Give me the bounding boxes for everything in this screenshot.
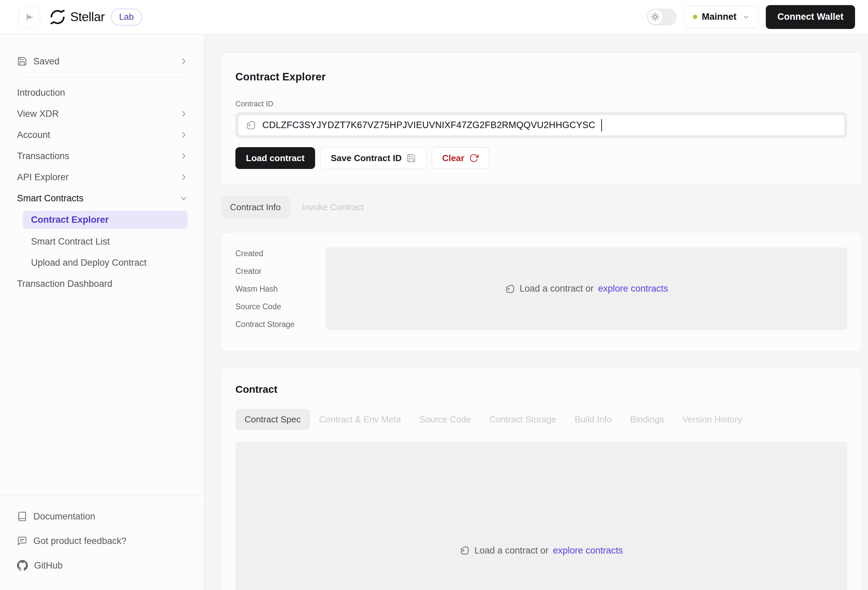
chevron-right-icon (180, 110, 188, 118)
sidebar-item-transaction-dashboard[interactable]: Transaction Dashboard (17, 273, 188, 294)
stellar-logo-link[interactable]: Stellar (50, 9, 105, 25)
contract-tabs: Contract Spec Contract & Env Meta Source… (235, 409, 847, 430)
save-icon (406, 153, 416, 163)
clear-button[interactable]: Clear (432, 147, 489, 169)
header-actions: Mainnet Connect Wallet (647, 5, 855, 29)
empty-state-text: Load a contract or (474, 545, 548, 556)
app-header: Stellar Lab Mainnet Connect Wal (0, 0, 868, 34)
view-tabs: Contract Info Invoke Contract (221, 196, 862, 218)
sidebar: Saved Introduction View XDR Account Tran… (0, 34, 204, 590)
button-label: Clear (442, 153, 464, 164)
sidebar-item-view-xdr[interactable]: View XDR (17, 103, 188, 124)
tab-contract-storage[interactable]: Contract Storage (480, 409, 565, 430)
contract-info-fields: Created Creator Wasm Hash Source Code Co… (235, 247, 326, 336)
theme-toggle[interactable] (647, 9, 677, 25)
contract-id-value: CDLZFC3SYJYDZT7K67VZ75HPJVIEUVNIXF47ZG2F… (262, 120, 595, 130)
sidebar-item-label: Transactions (17, 151, 69, 161)
network-selector[interactable]: Mainnet (684, 6, 758, 28)
sidebar-item-github[interactable]: GitHub (17, 553, 187, 578)
theme-toggle-knob (648, 10, 663, 25)
network-label: Mainnet (702, 12, 737, 22)
contract-explorer-card: Contract Explorer Contract ID CDLZFC3SYJ… (221, 52, 862, 185)
load-contract-button[interactable]: Load contract (235, 147, 315, 169)
chevron-right-icon (180, 152, 188, 160)
sidebar-item-label: View XDR (17, 109, 59, 119)
tab-version-history[interactable]: Version History (673, 409, 751, 430)
contract-icon (246, 120, 256, 130)
sidebar-item-label: Saved (33, 56, 60, 67)
sidebar-item-label: Got product feedback? (33, 536, 126, 546)
field-label-contract-storage: Contract Storage (235, 319, 326, 330)
smart-contracts-submenu: Contract Explorer Smart Contract List Up… (22, 211, 188, 273)
feedback-message-icon (17, 536, 27, 546)
sidebar-item-api-explorer[interactable]: API Explorer (17, 167, 188, 188)
sidebar-item-label: Smart Contracts (17, 193, 83, 204)
sidebar-item-upload-deploy-contract[interactable]: Upload and Deploy Contract (22, 252, 188, 273)
sidebar-item-label: Contract Explorer (31, 215, 109, 225)
sidebar-collapse-button[interactable] (18, 6, 40, 28)
contract-card: Contract Contract Spec Contract & Env Me… (221, 367, 862, 590)
contract-icon (459, 545, 470, 556)
contract-id-input[interactable]: CDLZFC3SYJYDZT7K67VZ75HPJVIEUVNIXF47ZG2F… (238, 115, 845, 136)
sidebar-item-label: Upload and Deploy Contract (31, 258, 146, 268)
sidebar-footer: Documentation Got product feedback? GitH… (0, 495, 204, 590)
sidebar-item-smart-contract-list[interactable]: Smart Contract List (22, 231, 188, 252)
stellar-logo-icon (50, 9, 65, 25)
refresh-icon (469, 153, 478, 163)
tab-contract-env-meta[interactable]: Contract & Env Meta (310, 409, 410, 430)
sidebar-item-label: GitHub (34, 560, 63, 571)
sidebar-item-label: Introduction (17, 87, 65, 98)
sun-icon (651, 12, 660, 21)
chevron-down-icon (742, 13, 750, 21)
contract-info-card: Created Creator Wasm Hash Source Code Co… (221, 232, 862, 352)
sidebar-item-transactions[interactable]: Transactions (17, 146, 188, 167)
main-content: Contract Explorer Contract ID CDLZFC3SYJ… (205, 34, 868, 590)
chevron-right-icon (180, 131, 188, 139)
book-icon (17, 511, 27, 522)
sidebar-item-contract-explorer[interactable]: Contract Explorer (22, 211, 188, 229)
sidebar-item-label: Transaction Dashboard (17, 279, 112, 289)
tab-source-code[interactable]: Source Code (410, 409, 480, 430)
tab-build-info[interactable]: Build Info (565, 409, 621, 430)
page-title: Contract Explorer (235, 70, 847, 84)
empty-state-text: Load a contract or (520, 283, 594, 294)
sidebar-item-smart-contracts[interactable]: Smart Contracts (17, 188, 188, 209)
chevron-right-icon (180, 57, 188, 65)
chevron-down-icon (180, 194, 188, 202)
tab-contract-spec[interactable]: Contract Spec (235, 409, 310, 430)
save-icon (17, 56, 27, 66)
sidebar-item-label: Smart Contract List (31, 236, 110, 247)
contract-id-label: Contract ID (235, 99, 847, 108)
sidebar-item-label: Account (17, 130, 50, 140)
contract-card-title: Contract (235, 383, 847, 395)
sidebar-item-label: API Explorer (17, 172, 69, 183)
save-contract-id-button[interactable]: Save Contract ID (320, 147, 427, 169)
tab-bindings[interactable]: Bindings (621, 409, 673, 430)
explore-contracts-link[interactable]: explore contracts (598, 283, 669, 294)
contract-icon (505, 284, 515, 294)
sidebar-item-saved[interactable]: Saved (17, 52, 188, 70)
network-status-dot (693, 15, 697, 19)
button-label: Save Contract ID (331, 153, 402, 164)
github-icon (17, 560, 28, 571)
sidebar-divider (17, 77, 188, 77)
contract-info-empty-state: Load a contract or explore contracts (326, 247, 847, 330)
lab-badge: Lab (111, 9, 142, 25)
explore-contracts-link[interactable]: explore contracts (553, 545, 623, 556)
sidebar-item-documentation[interactable]: Documentation (17, 504, 187, 529)
sidebar-item-label: Documentation (33, 511, 95, 522)
sidebar-item-account[interactable]: Account (17, 124, 188, 146)
field-label-created: Created (235, 248, 326, 259)
contract-id-focus-ring: CDLZFC3SYJYDZT7K67VZ75HPJVIEUVNIXF47ZG2F… (235, 112, 847, 138)
tab-invoke-contract[interactable]: Invoke Contract (292, 196, 373, 218)
sidebar-item-introduction[interactable]: Introduction (17, 82, 188, 103)
chevron-right-icon (180, 173, 188, 181)
sidebar-item-feedback[interactable]: Got product feedback? (17, 529, 187, 553)
tab-contract-info[interactable]: Contract Info (221, 196, 290, 218)
contract-spec-empty-state: Load a contract or explore contracts (235, 441, 847, 590)
field-label-wasm-hash: Wasm Hash (235, 283, 326, 294)
brand-name: Stellar (70, 10, 105, 24)
connect-wallet-button[interactable]: Connect Wallet (766, 5, 855, 29)
explorer-actions: Load contract Save Contract ID Clear (235, 147, 847, 169)
field-label-source-code: Source Code (235, 301, 326, 312)
